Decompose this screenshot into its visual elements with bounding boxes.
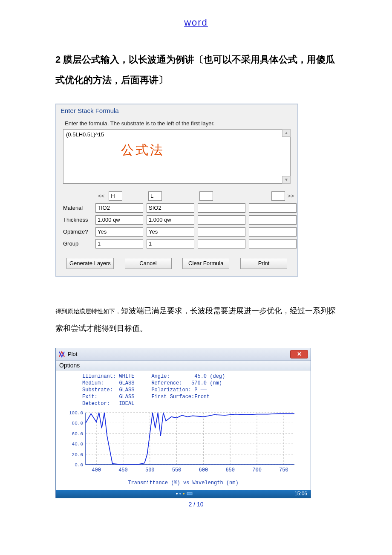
- optimize-3-input[interactable]: [198, 227, 245, 237]
- optimize-l-input[interactable]: [147, 227, 194, 237]
- group-4-input[interactable]: [249, 239, 297, 249]
- row-label-material: Material: [63, 205, 92, 211]
- svg-text:0.0: 0.0: [75, 462, 83, 468]
- svg-text:650: 650: [225, 467, 235, 473]
- clear-formula-button[interactable]: Clear Formula: [182, 258, 229, 269]
- group-3-input[interactable]: [198, 239, 245, 249]
- svg-rect-31: [187, 492, 192, 495]
- col-header-4[interactable]: [271, 191, 285, 201]
- col-header-3[interactable]: [199, 191, 213, 201]
- page-number: 2 / 10: [55, 501, 337, 508]
- app-icon: [58, 351, 65, 358]
- chart-caption: Transmittance (%) vs Wavelength (nm): [60, 480, 306, 486]
- taskbar-strip: 15:06: [56, 490, 311, 498]
- menu-options[interactable]: Options: [59, 362, 80, 369]
- stack-formula-dialog: Enter Stack Formula Enter the formula. T…: [55, 104, 298, 277]
- print-button[interactable]: Print: [240, 258, 287, 269]
- annotation-text: 公式法: [121, 142, 164, 159]
- svg-text:500: 500: [145, 467, 155, 473]
- material-l-input[interactable]: [147, 203, 194, 213]
- section-title: 2 膜层公式输入，以长波通为例讲〔也可以不采用具体公式，用傻瓜式优化的方法，后面…: [55, 49, 337, 91]
- group-h-input[interactable]: [95, 239, 143, 249]
- svg-text:400: 400: [92, 467, 101, 473]
- plot-meta-left: Illuminant: WHITE Medium: GLASS Substrat…: [82, 373, 134, 408]
- svg-text:40.0: 40.0: [72, 442, 83, 447]
- svg-text:100.0: 100.0: [69, 410, 83, 416]
- row-label-thickness: Thickness: [63, 217, 92, 223]
- thickness-l-input[interactable]: [147, 215, 194, 225]
- svg-point-30: [183, 493, 184, 494]
- plot-titlebar[interactable]: Plot ✕: [56, 348, 311, 361]
- prev-chevron-icon[interactable]: <<: [95, 193, 107, 199]
- material-4-input[interactable]: [249, 203, 297, 213]
- chart-area: 0.020.040.060.080.0100.04004505005506006…: [60, 409, 299, 477]
- dialog-instruction: Enter the formula. The substrate is to t…: [63, 120, 291, 127]
- row-label-group: Group: [63, 240, 92, 247]
- svg-text:80.0: 80.0: [72, 421, 83, 426]
- svg-text:60.0: 60.0: [72, 431, 83, 436]
- material-h-input[interactable]: [95, 203, 143, 213]
- svg-text:550: 550: [172, 467, 182, 473]
- thickness-4-input[interactable]: [249, 215, 297, 225]
- formula-value: (0.5LH0.5L)^15: [66, 131, 104, 138]
- plot-meta-right: Angle: 45.0 (deg) Reference: 570.0 (nm) …: [151, 373, 225, 408]
- top-link[interactable]: word: [55, 17, 337, 28]
- svg-text:450: 450: [118, 467, 128, 473]
- close-icon[interactable]: ✕: [290, 350, 308, 358]
- formula-textarea[interactable]: (0.5LH0.5L)^15 公式法 ▲ ▼: [63, 129, 291, 184]
- svg-text:700: 700: [252, 467, 262, 473]
- scroll-down-icon[interactable]: ▼: [282, 176, 291, 184]
- svg-text:20.0: 20.0: [72, 452, 83, 457]
- thickness-3-input[interactable]: [198, 215, 245, 225]
- svg-text:750: 750: [279, 467, 288, 473]
- next-chevron-icon[interactable]: >>: [285, 193, 297, 199]
- scroll-up-icon[interactable]: ▲: [282, 129, 291, 137]
- body-paragraph: 得到原始膜层特性如下，短波端已满足要求，长波段需要进展进一步优化，经过一系列探索…: [55, 302, 337, 338]
- material-3-input[interactable]: [198, 203, 245, 213]
- clock-text: 15:06: [294, 491, 307, 497]
- svg-text:600: 600: [199, 467, 208, 473]
- optimize-h-input[interactable]: [95, 227, 143, 237]
- svg-point-28: [176, 493, 178, 494]
- plot-window: Plot ✕ Options Illuminant: WHITE Medium:…: [55, 348, 311, 498]
- cancel-button[interactable]: Cancel: [125, 258, 172, 269]
- resize-handle-icon[interactable]: [173, 491, 194, 496]
- group-l-input[interactable]: [147, 239, 194, 249]
- optimize-4-input[interactable]: [249, 227, 297, 237]
- col-header-h[interactable]: [109, 191, 122, 201]
- row-label-optimize: Optimize?: [63, 228, 92, 235]
- plot-title: Plot: [68, 351, 77, 357]
- svg-point-29: [179, 493, 181, 494]
- thickness-h-input[interactable]: [95, 215, 143, 225]
- col-header-l[interactable]: [148, 191, 162, 201]
- dialog-title: Enter Stack Formula: [56, 104, 297, 119]
- generate-layers-button[interactable]: Generate Layers: [66, 258, 114, 269]
